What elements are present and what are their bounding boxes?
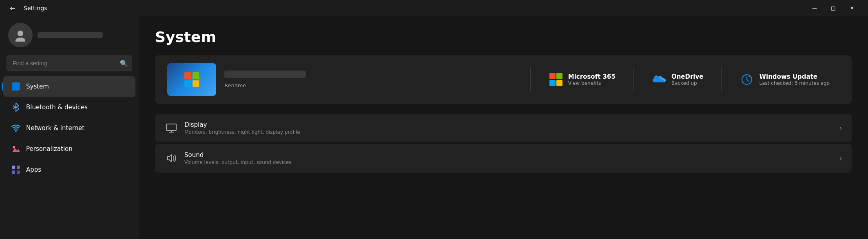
svg-rect-7 bbox=[17, 170, 20, 174]
bluetooth-icon bbox=[11, 103, 20, 112]
pc-name bbox=[224, 71, 306, 78]
network-icon bbox=[11, 124, 20, 133]
search-input[interactable] bbox=[7, 55, 132, 71]
system-icon bbox=[11, 82, 20, 91]
onedrive-sub: Backed up bbox=[671, 80, 704, 86]
profile-name bbox=[38, 32, 103, 38]
display-text: Display Monitors, brightness, night ligh… bbox=[184, 121, 833, 135]
win-logo-red bbox=[184, 72, 191, 79]
sidebar-item-label-personalization: Personalization bbox=[26, 145, 73, 153]
back-button[interactable]: ← bbox=[7, 2, 19, 14]
display-icon bbox=[165, 122, 178, 135]
win-logo-grid bbox=[184, 72, 199, 87]
windowsupdate-name: Windows Update bbox=[759, 73, 830, 80]
onedrive-info: OneDrive Backed up bbox=[671, 73, 704, 86]
win-logo-blue bbox=[184, 80, 191, 87]
sidebar-item-apps[interactable]: Apps bbox=[3, 159, 135, 180]
svg-rect-6 bbox=[12, 170, 15, 174]
service-card-windowsupdate[interactable]: Windows Update Last checked: 3 minutes a… bbox=[730, 72, 839, 87]
maximize-button[interactable]: □ bbox=[824, 2, 843, 15]
profile-section[interactable] bbox=[0, 16, 139, 55]
m365-sub: View benefits bbox=[568, 80, 616, 86]
svg-point-0 bbox=[18, 31, 23, 36]
service-card-onedrive[interactable]: OneDrive Backed up bbox=[642, 72, 713, 87]
onedrive-name: OneDrive bbox=[671, 73, 704, 80]
svg-rect-5 bbox=[17, 166, 20, 169]
win-logo-yellow bbox=[193, 80, 199, 87]
display-desc: Monitors, brightness, night light, displ… bbox=[184, 129, 833, 135]
apps-icon bbox=[11, 165, 20, 174]
display-chevron: › bbox=[839, 125, 842, 131]
sound-icon bbox=[165, 152, 178, 165]
svg-point-1 bbox=[16, 38, 25, 42]
app-title: Settings bbox=[24, 5, 47, 11]
display-name: Display bbox=[184, 121, 833, 128]
separator-2 bbox=[633, 67, 634, 92]
info-cards: Rename Microsoft 365 View benefits bbox=[155, 55, 852, 104]
settings-list: Display Monitors, brightness, night ligh… bbox=[155, 114, 852, 173]
win-logo-green bbox=[193, 72, 199, 79]
svg-rect-4 bbox=[12, 166, 15, 169]
search-box: 🔍 bbox=[7, 55, 132, 71]
onedrive-icon bbox=[652, 72, 666, 87]
search-icon: 🔍 bbox=[120, 60, 128, 67]
page-title: System bbox=[155, 29, 852, 45]
service-card-m365[interactable]: Microsoft 365 View benefits bbox=[539, 72, 625, 87]
personalization-icon bbox=[11, 144, 20, 153]
svg-point-2 bbox=[15, 130, 17, 132]
sidebar: 🔍 System Bluetooth & devices bbox=[0, 16, 139, 239]
sidebar-item-bluetooth[interactable]: Bluetooth & devices bbox=[3, 97, 135, 117]
sidebar-item-network[interactable]: Network & internet bbox=[3, 118, 135, 138]
m365-info: Microsoft 365 View benefits bbox=[568, 73, 616, 86]
sidebar-item-label-bluetooth: Bluetooth & devices bbox=[26, 104, 88, 111]
close-button[interactable]: ✕ bbox=[843, 2, 861, 15]
m365-name: Microsoft 365 bbox=[568, 73, 616, 80]
minimize-button[interactable]: — bbox=[805, 2, 824, 15]
sidebar-item-label-network: Network & internet bbox=[26, 124, 84, 132]
content-area: System Rename bbox=[139, 16, 868, 239]
sound-chevron: › bbox=[839, 155, 842, 162]
windowsupdate-icon bbox=[740, 72, 754, 87]
sidebar-item-label-apps: Apps bbox=[26, 166, 41, 173]
setting-row-sound[interactable]: Sound Volume levels, output, input, soun… bbox=[155, 144, 852, 173]
m365-icon bbox=[549, 72, 563, 87]
svg-rect-9 bbox=[166, 124, 176, 131]
nav-items: System Bluetooth & devices bbox=[0, 76, 139, 239]
sound-text: Sound Volume levels, output, input, soun… bbox=[184, 151, 833, 165]
avatar bbox=[8, 23, 33, 47]
title-bar: ← Settings — □ ✕ bbox=[0, 0, 868, 16]
sidebar-item-personalization[interactable]: Personalization bbox=[3, 139, 135, 159]
sound-name: Sound bbox=[184, 151, 833, 159]
rename-button[interactable]: Rename bbox=[224, 82, 246, 89]
separator-1 bbox=[530, 67, 531, 92]
window-controls: — □ ✕ bbox=[805, 2, 861, 15]
svg-point-3 bbox=[13, 146, 15, 148]
sound-desc: Volume levels, output, input, sound devi… bbox=[184, 159, 833, 165]
main-layout: 🔍 System Bluetooth & devices bbox=[0, 16, 868, 239]
pc-icon bbox=[167, 63, 216, 96]
setting-row-display[interactable]: Display Monitors, brightness, night ligh… bbox=[155, 114, 852, 142]
back-icon: ← bbox=[10, 4, 15, 12]
windowsupdate-info: Windows Update Last checked: 3 minutes a… bbox=[759, 73, 830, 86]
sidebar-item-system[interactable]: System bbox=[3, 76, 135, 97]
pc-info: Rename bbox=[224, 71, 522, 89]
separator-3 bbox=[721, 67, 722, 92]
windowsupdate-sub: Last checked: 3 minutes ago bbox=[759, 80, 830, 86]
sidebar-item-label-system: System bbox=[26, 83, 49, 90]
windows-logo bbox=[175, 67, 208, 92]
title-bar-left: ← Settings bbox=[7, 2, 47, 14]
